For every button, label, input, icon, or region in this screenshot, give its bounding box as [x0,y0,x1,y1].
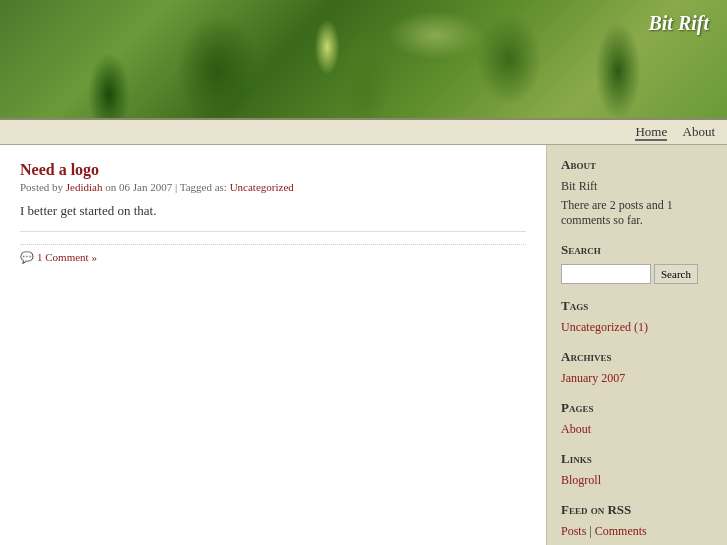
sidebar-link-blogroll[interactable]: Blogroll [561,473,713,488]
sidebar-site-name: Bit Rift [561,179,713,194]
sidebar-about-title: About [561,157,713,173]
main-wrapper: Need a logo Posted by Jedidiah on 06 Jan… [0,145,727,545]
post-divider [20,231,526,232]
sidebar-archive-jan2007[interactable]: January 2007 [561,371,713,386]
site-header: Bit Rift [0,0,727,118]
sidebar-feed-links: Posts | Comments [561,524,713,539]
navbar: Home About [0,118,727,145]
post-date: on 06 Jan 2007 [105,181,172,193]
comment-link[interactable]: 1 Comment » [37,251,97,263]
sidebar-about-text: There are 2 posts and 1 comments so far. [561,198,713,228]
tagged-label: | Tagged as: [175,181,230,193]
sidebar: About Bit Rift There are 2 posts and 1 c… [547,145,727,545]
search-button[interactable]: Search [654,264,698,284]
feed-posts-link[interactable]: Posts [561,524,586,538]
posted-by-label: Posted by [20,181,63,193]
sidebar-links-title: Links [561,451,713,467]
sidebar-page-about[interactable]: About [561,422,713,437]
post-category[interactable]: Uncategorized [230,181,294,193]
content-area: Need a logo Posted by Jedidiah on 06 Jan… [0,145,547,545]
post-author[interactable]: Jedidiah [66,181,103,193]
post-content: I better get started on that. [20,203,526,219]
site-title: Bit Rift [648,12,709,35]
sidebar-feed-title: Feed on RSS [561,502,713,518]
nav-about[interactable]: About [683,124,716,139]
sidebar-pages-title: Pages [561,400,713,416]
sidebar-tag-uncategorized[interactable]: Uncategorized (1) [561,320,713,335]
feed-comments-link[interactable]: Comments [595,524,647,538]
post-title[interactable]: Need a logo [20,161,99,178]
nav-home[interactable]: Home [635,124,667,141]
sidebar-search-title: Search [561,242,713,258]
post-meta: Posted by Jedidiah on 06 Jan 2007 | Tagg… [20,181,526,193]
sidebar-archives-title: Archives [561,349,713,365]
post-footer: 💬1 Comment » [20,244,526,264]
search-input[interactable] [561,264,651,284]
search-form: Search [561,264,713,284]
post: Need a logo Posted by Jedidiah on 06 Jan… [20,161,526,264]
sidebar-tags-title: Tags [561,298,713,314]
comment-icon: 💬 [20,251,34,263]
